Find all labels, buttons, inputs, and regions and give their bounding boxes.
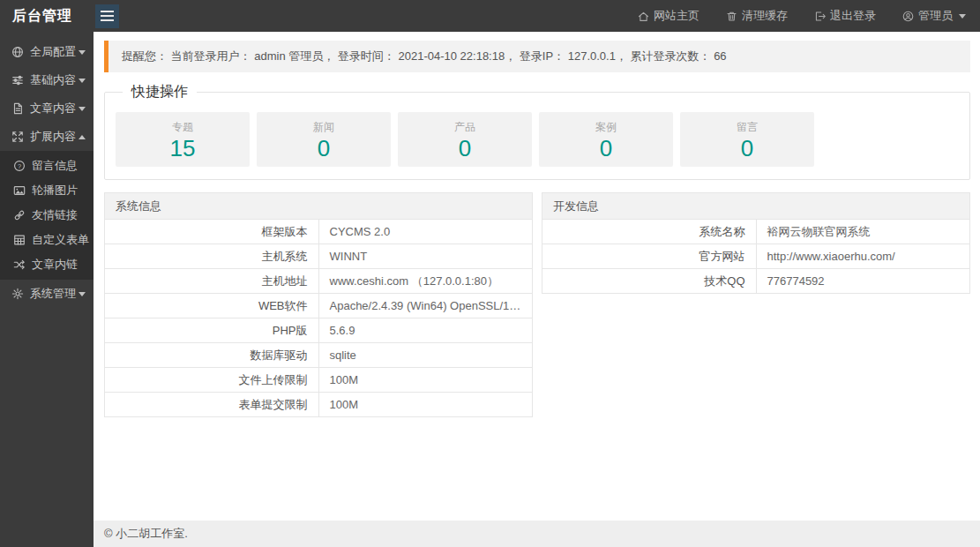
stat-label: 新闻 <box>257 120 391 135</box>
system-info-table: 系统信息 框架版本 CYCMS 2.0 主机系统 <box>104 192 533 417</box>
stat-value: 15 <box>116 136 250 162</box>
row-label: 主机地址 <box>105 269 319 294</box>
topbar: 网站主页 清理缓存 退出登录 <box>94 0 980 32</box>
sidebar-item[interactable]: 全局配置 <box>0 38 94 66</box>
sidebar-subitem[interactable]: 轮播图片 <box>0 178 94 203</box>
sidebar-subitem[interactable]: 友情链接 <box>0 203 94 228</box>
chevron-icon <box>79 107 86 111</box>
sidebar-subitem[interactable]: 自定义表单 <box>0 228 94 252</box>
info-tables: 系统信息 框架版本 CYCMS 2.0 主机系统 <box>104 192 970 417</box>
file-icon <box>11 102 24 115</box>
row-value: Apache/2.4.39 (Win64) OpenSSL/1.1.1b mod… <box>318 294 533 318</box>
main-column: 网站主页 清理缓存 退出登录 <box>94 0 980 547</box>
table-row: 官方网站 http://www.xiaoerhu.com/ <box>542 244 970 269</box>
dev-info-title: 开发信息 <box>542 193 970 220</box>
sidebar-item-label: 全局配置 <box>30 44 79 60</box>
sidebar-item[interactable]: 系统管理 <box>0 280 94 308</box>
table-row: 文件上传限制 100M <box>105 368 533 393</box>
row-label: 框架版本 <box>105 220 319 244</box>
link-icon <box>13 209 26 221</box>
sidebar-item[interactable]: 扩展内容 <box>0 123 94 151</box>
row-label: 数据库驱动 <box>105 343 319 368</box>
sidebar-toggle-button[interactable] <box>95 4 119 28</box>
quick-stat-card[interactable]: 案例 0 <box>539 112 673 167</box>
quick-stat-card[interactable]: 新闻 0 <box>257 112 391 167</box>
stat-label: 产品 <box>398 120 532 135</box>
row-value: 裕网云物联官网系统 <box>756 220 970 244</box>
sidebar-subitem-label: 自定义表单 <box>32 232 89 248</box>
login-alert: 提醒您： 当前登录用户： admin 管理员， 登录时间： 2021-04-10… <box>104 41 970 72</box>
sidebar-item-label: 系统管理 <box>30 286 79 302</box>
table-row: 表单提交限制 100M <box>105 393 533 417</box>
topnav-item-label: 退出登录 <box>830 8 876 24</box>
sidebar-group: 全局配置 <box>0 38 94 66</box>
topnav-item[interactable]: 管理员 <box>902 8 966 24</box>
topnav-item[interactable]: 网站主页 <box>638 8 699 24</box>
quick-ops-title: 快捷操作 <box>123 83 197 101</box>
user-icon <box>902 11 914 22</box>
quick-stat-card[interactable]: 专题 15 <box>116 112 250 167</box>
sidebar-submenu: ?留言信息轮播图片友情链接自定义表单文章内链 <box>0 151 94 280</box>
topnav-item-label: 清理缓存 <box>742 8 788 24</box>
quick-ops-panel: 快捷操作 专题 15 新闻 0 产品 <box>104 83 970 180</box>
table-row: 主机系统 WINNT <box>105 244 533 269</box>
sidebar-item[interactable]: 基础内容 <box>0 66 94 94</box>
app-title: 后台管理 <box>0 0 94 32</box>
row-value: 100M <box>318 393 533 417</box>
sidebar-item[interactable]: 文章内容 <box>0 94 94 123</box>
row-label: 主机系统 <box>105 244 319 269</box>
table-row: 框架版本 CYCMS 2.0 <box>105 220 533 244</box>
row-value: http://www.xiaoerhu.com/ <box>756 244 970 269</box>
stat-cards: 专题 15 新闻 0 产品 0 <box>116 112 959 167</box>
sidebar-group: 系统管理 <box>0 280 94 308</box>
row-label: 系统名称 <box>542 220 757 244</box>
svg-text:?: ? <box>18 162 21 170</box>
sliders-icon <box>11 74 24 86</box>
chevron-icon <box>79 79 86 83</box>
topnav-item-label: 网站主页 <box>654 8 699 24</box>
table-row: PHP版 5.6.9 <box>105 318 533 343</box>
stat-label: 专题 <box>116 120 250 135</box>
row-value: sqlite <box>318 343 533 368</box>
expand-icon <box>11 131 24 143</box>
sidebar-subitem-label: 轮播图片 <box>32 183 86 199</box>
row-value: www.ceshi.com （127.0.0.1:80） <box>318 269 533 294</box>
sidebar-subitem-label: 文章内链 <box>32 257 86 273</box>
image-icon <box>13 184 26 197</box>
sidebar: 后台管理 全局配置 基础内容 <box>0 0 94 547</box>
quick-stat-card[interactable]: 产品 0 <box>398 112 532 167</box>
table-row: WEB软件 Apache/2.4.39 (Win64) OpenSSL/1.1.… <box>105 294 533 318</box>
row-label: 表单提交限制 <box>105 393 319 417</box>
row-value: WINNT <box>318 244 533 269</box>
footer-text: © 小二胡工作室. <box>104 526 188 542</box>
topnav-item[interactable]: 退出登录 <box>814 8 876 24</box>
table-row: 技术QQ 776774592 <box>542 269 970 294</box>
row-value: CYCMS 2.0 <box>318 220 533 244</box>
question-icon: ? <box>13 160 26 172</box>
row-value: 776774592 <box>756 269 970 294</box>
gear-icon <box>11 288 24 300</box>
stat-label: 留言 <box>680 120 814 135</box>
chevron-icon <box>79 292 86 296</box>
signout-icon <box>814 11 826 22</box>
table-row: 数据库驱动 sqlite <box>105 343 533 368</box>
row-value: 100M <box>318 368 533 393</box>
trash-icon <box>726 11 737 22</box>
quick-stat-card[interactable]: 留言 0 <box>680 112 814 167</box>
system-info-title: 系统信息 <box>105 193 533 220</box>
sidebar-subitem-label: 留言信息 <box>32 158 86 174</box>
sidebar-menu: 全局配置 基础内容 <box>0 32 94 308</box>
content: 提醒您： 当前登录用户： admin 管理员， 登录时间： 2021-04-10… <box>94 32 980 521</box>
stat-label: 案例 <box>539 120 673 135</box>
topnav-item[interactable]: 清理缓存 <box>726 8 788 24</box>
chevron-icon <box>79 135 86 139</box>
sidebar-group: 文章内容 <box>0 94 94 123</box>
sidebar-group: 扩展内容 ?留言信息轮播图片友情链接自定义表单文章内链 <box>0 123 94 280</box>
home-icon <box>638 11 649 22</box>
row-value: 5.6.9 <box>318 318 533 343</box>
sidebar-subitem[interactable]: 文章内链 <box>0 252 94 277</box>
shuffle-icon <box>13 259 26 271</box>
topnav-item-label: 管理员 <box>918 8 953 24</box>
stat-value: 0 <box>257 136 391 162</box>
sidebar-subitem[interactable]: ?留言信息 <box>0 154 94 178</box>
